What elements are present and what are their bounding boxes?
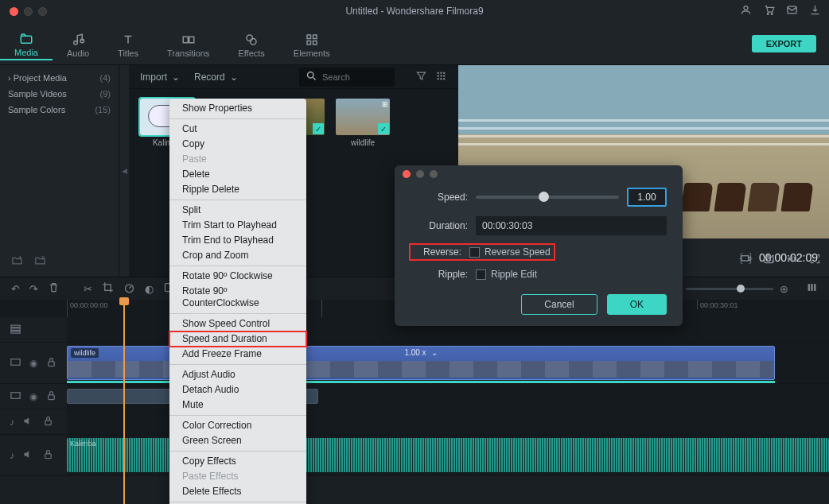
ctx-delete[interactable]: Delete [169,167,306,182]
record-dropdown[interactable]: Record ⌄ [194,72,238,83]
track-lock-icon[interactable] [45,356,57,370]
export-button[interactable]: EXPORT [752,35,816,52]
ctx-show-speed-control[interactable]: Show Speed Control [169,316,306,331]
speed-slider[interactable] [476,196,619,199]
svg-point-9 [247,35,253,41]
ripple-checkbox[interactable] [476,269,486,280]
ctx-speed-and-duration[interactable]: Speed and Duration [169,331,306,347]
message-icon[interactable] [786,4,798,18]
track-audio-icon[interactable]: ♪ [10,450,14,461]
ctx-color-correction[interactable]: Color Correction [169,418,306,433]
track-mute-icon[interactable] [22,415,34,429]
track-visible-icon[interactable]: ◉ [29,391,37,402]
track-video-icon[interactable] [10,390,21,404]
volume-icon[interactable] [786,253,798,267]
zoom-in-icon[interactable]: ⊕ [780,283,788,295]
search-box[interactable] [299,68,395,87]
maximize-window[interactable] [38,7,47,16]
dialog-min[interactable] [416,170,424,178]
media-thumb-wildlife[interactable]: ⊞ ✓ wildlife [336,99,390,147]
new-folder-icon[interactable] [11,254,23,269]
split-icon[interactable]: ✂ [84,283,92,295]
tab-media-label: Media [14,48,38,57]
ctx-add-freeze-frame[interactable]: Add Freeze Frame [169,347,306,362]
clip-speed-indicator[interactable]: 1.00 x⌄ [404,348,437,357]
ctx-mute[interactable]: Mute [169,397,306,413]
dialog-close[interactable] [403,170,411,178]
ctx-rotate-90-clockwise[interactable]: Rotate 90º Clockwise [169,269,306,284]
track-lock-icon[interactable] [45,390,57,404]
tab-elements[interactable]: Elements [279,28,344,60]
fullscreen-icon[interactable] [809,253,821,267]
duration-input[interactable] [476,216,667,235]
ctx-split[interactable]: Split [169,203,306,218]
ctx-trim-end-to-playhead[interactable]: Trim End to Playhead [169,233,306,248]
track-manage-icon[interactable] [10,323,21,337]
ok-button[interactable]: OK [607,294,667,315]
delete-folder-icon[interactable] [34,254,46,269]
sidebar-item-label: Sample Colors [8,105,65,114]
svg-rect-14 [313,41,317,45]
camera-icon[interactable] [763,253,775,267]
svg-rect-8 [189,37,193,43]
svg-rect-33 [11,325,20,328]
track-video-icon[interactable] [10,356,21,370]
svg-rect-4 [21,36,32,43]
tab-media[interactable]: Media [0,27,53,60]
crop-icon[interactable] [102,281,114,296]
filter-icon[interactable] [415,70,427,84]
ctx-crop-and-zoom[interactable]: Crop and Zoom [169,248,306,263]
cancel-button[interactable]: Cancel [521,294,597,315]
ctx-trim-start-to-playhead[interactable]: Trim Start to Playhead [169,218,306,233]
ctx-green-screen[interactable]: Green Screen [169,433,306,448]
ctx-cut[interactable]: Cut [169,122,306,137]
ctx-delete-effects[interactable]: Delete Effects [169,484,306,499]
playhead[interactable] [123,300,125,504]
track-lock-icon[interactable] [42,448,54,463]
titlebar-actions [740,4,821,18]
track-mute-icon[interactable] [22,448,34,463]
speed-value-input[interactable]: 1.00 [627,188,667,207]
sidebar-item-project-media[interactable]: › Project Media (4) [0,70,119,86]
track-visible-icon[interactable]: ◉ [29,358,37,369]
download-icon[interactable] [809,4,821,18]
track-audio-icon[interactable]: ♪ [10,417,14,428]
ctx-adjust-audio[interactable]: Adjust Audio [169,367,306,382]
sidebar-item-label: › Project Media [8,73,67,83]
ctx-show-properties[interactable]: Show Properties [169,101,306,116]
tab-titles[interactable]: Titles [103,28,153,60]
import-dropdown[interactable]: Import ⌄ [140,72,180,83]
svg-rect-11 [307,35,311,39]
tab-audio[interactable]: Audio [53,28,103,60]
ctx-copy-effects[interactable]: Copy Effects [169,454,306,469]
dialog-max[interactable] [430,170,438,178]
sidebar-item-sample-videos[interactable]: Sample Videos (9) [0,86,119,102]
track-lock-icon[interactable] [42,415,54,429]
account-icon[interactable] [740,4,752,18]
delete-icon[interactable] [48,281,60,296]
ctx-paste: Paste [169,152,306,167]
undo-icon[interactable]: ↶ [11,283,20,295]
close-window[interactable] [10,7,18,16]
tab-transitions[interactable]: Transitions [153,28,224,60]
ctx-ripple-delete[interactable]: Ripple Delete [169,182,306,197]
cart-icon[interactable] [763,4,775,18]
snapshot-to-timeline-icon[interactable] [740,253,752,267]
svg-point-15 [308,72,314,78]
tab-effects[interactable]: Effects [224,28,278,60]
sidebar-item-sample-colors[interactable]: Sample Colors (15) [0,102,119,118]
minimize-window[interactable] [24,7,33,16]
search-input[interactable] [322,72,386,82]
ctx-copy[interactable]: Copy [169,137,306,152]
zoom-slider[interactable] [686,288,773,290]
ctx-rotate-90-counterclockwise[interactable]: Rotate 90º CounterClockwise [169,284,306,311]
grid-view-icon[interactable] [435,70,447,84]
reverse-checkbox[interactable] [469,247,480,258]
timeline-settings-icon[interactable] [806,281,818,296]
sidebar-collapse-handle[interactable]: ◀ [119,65,129,277]
speed-icon[interactable] [123,281,135,296]
ctx-detach-audio[interactable]: Detach Audio [169,382,306,397]
redo-icon[interactable]: ↷ [29,283,38,295]
color-icon[interactable]: ◐ [145,283,154,295]
chevron-down-icon: ⌄ [172,72,180,83]
